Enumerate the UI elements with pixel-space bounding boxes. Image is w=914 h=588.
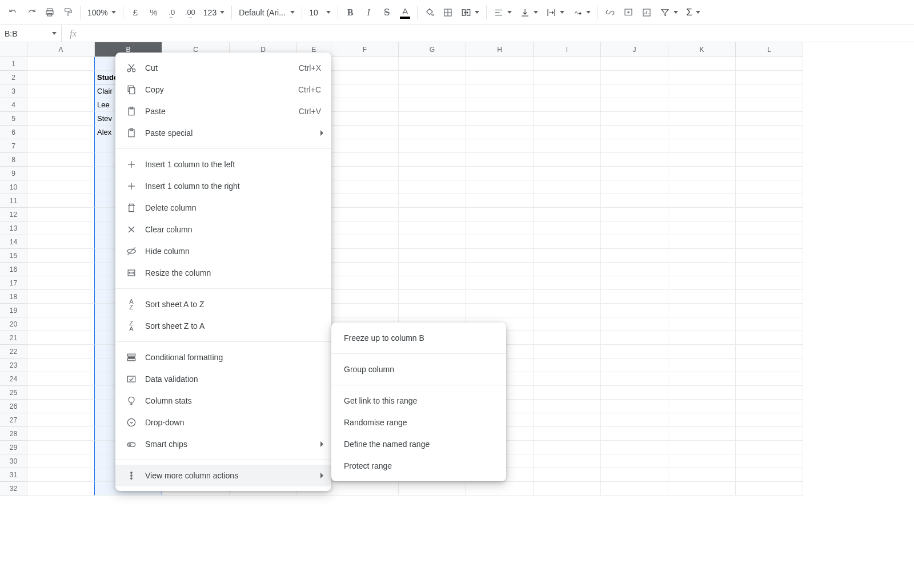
cell[interactable] bbox=[466, 221, 534, 235]
cell[interactable] bbox=[331, 276, 399, 290]
cell[interactable] bbox=[601, 153, 668, 167]
cell[interactable] bbox=[668, 263, 736, 276]
col-header-F[interactable]: F bbox=[331, 42, 399, 57]
cell[interactable] bbox=[27, 208, 95, 221]
cell[interactable] bbox=[27, 427, 95, 441]
row-header[interactable]: 2 bbox=[0, 71, 27, 84]
cell[interactable] bbox=[27, 413, 95, 427]
cell[interactable] bbox=[736, 180, 803, 194]
cell[interactable] bbox=[27, 153, 95, 167]
font-size-dropdown[interactable]: 10 bbox=[306, 4, 334, 21]
cell[interactable] bbox=[668, 180, 736, 194]
cell[interactable] bbox=[27, 400, 95, 413]
cell[interactable] bbox=[466, 112, 534, 126]
ctx-column-stats[interactable]: Column stats bbox=[115, 390, 331, 412]
cell[interactable] bbox=[601, 359, 668, 372]
cell[interactable] bbox=[668, 482, 736, 496]
cell[interactable] bbox=[27, 331, 95, 345]
cell[interactable] bbox=[534, 221, 601, 235]
cell[interactable] bbox=[466, 153, 534, 167]
text-color-button[interactable]: A bbox=[396, 4, 414, 21]
text-rotation-dropdown[interactable]: A bbox=[569, 4, 594, 21]
row-header[interactable]: 7 bbox=[0, 139, 27, 153]
cell[interactable] bbox=[331, 167, 399, 180]
row-header[interactable]: 1 bbox=[0, 57, 27, 71]
cell[interactable] bbox=[736, 468, 803, 482]
cell[interactable] bbox=[27, 290, 95, 304]
cell[interactable] bbox=[331, 139, 399, 153]
cell[interactable] bbox=[27, 317, 95, 331]
cell[interactable] bbox=[601, 126, 668, 139]
cell[interactable] bbox=[736, 263, 803, 276]
cell[interactable] bbox=[399, 276, 466, 290]
cell[interactable] bbox=[399, 221, 466, 235]
col-header-I[interactable]: I bbox=[534, 42, 601, 57]
cell[interactable] bbox=[534, 194, 601, 208]
cell[interactable] bbox=[668, 235, 736, 249]
cell[interactable] bbox=[534, 167, 601, 180]
row-header[interactable]: 3 bbox=[0, 84, 27, 98]
cell[interactable] bbox=[736, 290, 803, 304]
cell[interactable] bbox=[601, 345, 668, 359]
name-box[interactable]: B:B bbox=[0, 25, 62, 42]
row-header[interactable]: 6 bbox=[0, 126, 27, 139]
ctx-clear-column[interactable]: Clear column bbox=[115, 219, 331, 240]
cell[interactable] bbox=[27, 372, 95, 386]
cell[interactable] bbox=[668, 98, 736, 112]
cell[interactable] bbox=[736, 249, 803, 263]
cell[interactable] bbox=[27, 112, 95, 126]
cell[interactable] bbox=[534, 359, 601, 372]
ctx-delete-column[interactable]: Delete column bbox=[115, 197, 331, 219]
cell[interactable] bbox=[399, 180, 466, 194]
col-header-H[interactable]: H bbox=[466, 42, 534, 57]
cell[interactable] bbox=[736, 139, 803, 153]
ctx-conditional-formatting[interactable]: Conditional formatting bbox=[115, 347, 331, 368]
cell[interactable] bbox=[601, 194, 668, 208]
cell[interactable] bbox=[668, 413, 736, 427]
cell[interactable] bbox=[27, 386, 95, 400]
row-header[interactable]: 12 bbox=[0, 208, 27, 221]
cell[interactable] bbox=[601, 386, 668, 400]
cell[interactable] bbox=[736, 84, 803, 98]
cell[interactable] bbox=[331, 126, 399, 139]
cell[interactable] bbox=[736, 413, 803, 427]
cell[interactable] bbox=[601, 400, 668, 413]
cell[interactable] bbox=[466, 235, 534, 249]
cell[interactable] bbox=[601, 413, 668, 427]
row-header[interactable]: 8 bbox=[0, 153, 27, 167]
cell[interactable] bbox=[736, 304, 803, 317]
cell[interactable] bbox=[331, 290, 399, 304]
col-header-L[interactable]: L bbox=[736, 42, 803, 57]
print-button[interactable] bbox=[41, 4, 58, 21]
cell[interactable] bbox=[399, 98, 466, 112]
cell[interactable] bbox=[27, 126, 95, 139]
ctx-insert-left[interactable]: Insert 1 column to the left bbox=[115, 154, 331, 175]
cell[interactable] bbox=[534, 290, 601, 304]
cell[interactable] bbox=[27, 84, 95, 98]
filter-dropdown[interactable] bbox=[656, 4, 682, 21]
row-header[interactable]: 28 bbox=[0, 427, 27, 441]
cell[interactable] bbox=[534, 71, 601, 84]
strikethrough-button[interactable]: S bbox=[378, 4, 395, 21]
cell[interactable] bbox=[331, 98, 399, 112]
ctx-resize-column[interactable]: Resize the column bbox=[115, 262, 331, 284]
cell[interactable] bbox=[534, 112, 601, 126]
cell[interactable] bbox=[668, 194, 736, 208]
cell[interactable] bbox=[668, 290, 736, 304]
cell[interactable] bbox=[601, 112, 668, 126]
formula-input[interactable] bbox=[85, 25, 914, 42]
cell[interactable] bbox=[736, 126, 803, 139]
cell[interactable] bbox=[399, 249, 466, 263]
cell[interactable] bbox=[27, 454, 95, 468]
cell[interactable] bbox=[331, 221, 399, 235]
ctx-insert-right[interactable]: Insert 1 column to the right bbox=[115, 175, 331, 197]
cell[interactable] bbox=[331, 71, 399, 84]
cell[interactable] bbox=[601, 98, 668, 112]
cell[interactable] bbox=[534, 386, 601, 400]
cell[interactable] bbox=[399, 167, 466, 180]
cell[interactable] bbox=[331, 153, 399, 167]
cell[interactable] bbox=[668, 468, 736, 482]
cell[interactable] bbox=[534, 276, 601, 290]
cell[interactable] bbox=[601, 263, 668, 276]
cell[interactable] bbox=[601, 208, 668, 221]
